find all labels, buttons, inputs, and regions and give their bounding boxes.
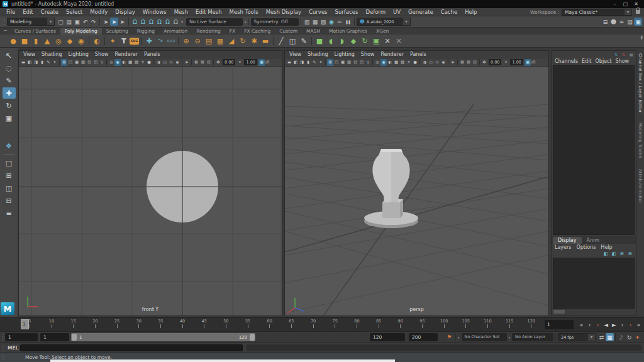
frame-tick[interactable]: 25: [106, 318, 128, 332]
animation-end-field[interactable]: 200: [409, 333, 438, 341]
menu-item[interactable]: Edit: [19, 9, 36, 15]
film-gate-icon[interactable]: □: [67, 59, 74, 66]
render-view-icon[interactable]: ▥: [303, 18, 311, 26]
offset-edge-loop-icon[interactable]: ✎: [298, 36, 309, 47]
redo-icon[interactable]: ↷: [89, 18, 97, 26]
channel-settings-icon[interactable]: ▤: [628, 52, 634, 57]
separate-icon[interactable]: ⊖: [192, 36, 203, 47]
anti-alias-icon[interactable]: ◇: [434, 59, 440, 66]
plugin-shapes-icon[interactable]: ⊡: [206, 59, 212, 66]
poly-sphere-icon[interactable]: ●: [8, 36, 19, 47]
grip-handle[interactable]: [1, 334, 4, 341]
shelf-tab[interactable]: Sculpting: [102, 28, 133, 35]
animation-start-field[interactable]: 1: [5, 333, 38, 341]
xray-icon[interactable]: ⊠: [459, 59, 465, 66]
user-account-dropdown[interactable]: ☻ A.aluko_2020 ▼: [357, 18, 411, 26]
smooth-icon[interactable]: ✱: [248, 36, 260, 47]
menu-item[interactable]: Mesh Display: [262, 9, 305, 15]
menu-item[interactable]: Generate: [404, 9, 437, 15]
isolate-select-icon[interactable]: ➤: [184, 59, 190, 66]
channel-box-menu-item[interactable]: Edit: [582, 58, 592, 64]
channel-box-menu-item[interactable]: Channels: [555, 58, 578, 64]
gamma-field[interactable]: 1.00: [244, 59, 257, 65]
gate-mask-icon[interactable]: ▥: [346, 59, 352, 66]
xray-joints-icon[interactable]: ⊞: [199, 59, 206, 66]
safe-action-icon[interactable]: ◫: [92, 59, 99, 66]
layer-editor-menu-item[interactable]: Options: [576, 244, 596, 250]
viewport-front-canvas[interactable]: front Y: [19, 67, 282, 315]
poly-cylinder-icon[interactable]: ▮: [30, 36, 42, 47]
shadows-icon[interactable]: ●: [412, 59, 418, 66]
xray-joints-icon[interactable]: ⊞: [465, 59, 472, 66]
single-pane-layout-button[interactable]: □: [3, 157, 16, 168]
viewport-menu-item[interactable]: Lighting: [331, 52, 357, 57]
menu-item[interactable]: Modify: [86, 9, 111, 15]
move-layer-up-icon[interactable]: ◧: [602, 251, 609, 256]
attribute-editor-icon[interactable]: ≡: [618, 18, 626, 26]
sidebar-tab[interactable]: Channel Box / Layer Editor: [638, 53, 643, 112]
slice-icon[interactable]: ◆: [348, 36, 359, 47]
frame-tick[interactable]: 20: [84, 318, 106, 332]
chevron-down-icon[interactable]: ▾: [458, 336, 460, 339]
sidebar-tab[interactable]: Modeling Toolkit: [638, 123, 643, 158]
bookmark-icon[interactable]: ⚑: [445, 333, 453, 341]
auto-keyframe-icon[interactable]: ✦: [633, 333, 641, 341]
motion-blur-icon[interactable]: ○: [428, 59, 434, 66]
color-management-icon[interactable]: ▣: [258, 59, 265, 66]
exposure-field[interactable]: 0.00: [223, 59, 235, 65]
lights-icon[interactable]: ☀: [406, 59, 412, 66]
shelf-tab[interactable]: FX: [225, 28, 240, 35]
xray-icon[interactable]: ⊠: [193, 59, 199, 66]
menu-item[interactable]: Curves: [305, 9, 331, 15]
menu-item[interactable]: Deform: [362, 9, 389, 15]
frame-tick[interactable]: 50: [215, 318, 237, 332]
image-plane-icon[interactable]: ▮: [305, 59, 311, 66]
pan-zoom-icon[interactable]: ✦: [318, 59, 324, 66]
go-to-end-button[interactable]: »: [635, 319, 643, 330]
poly-cone-icon[interactable]: ▲: [42, 36, 53, 47]
type-tool-icon[interactable]: T: [118, 36, 130, 47]
mirror-icon[interactable]: ▬: [260, 36, 271, 47]
snap-to-view-plane-icon[interactable]: Ω: [164, 18, 172, 26]
grid-icon[interactable]: ⊞: [327, 59, 333, 66]
frame-tick[interactable]: 120: [520, 318, 542, 332]
playback-start-field[interactable]: 1: [40, 333, 69, 341]
layer-editor-menu-item[interactable]: Layers: [555, 244, 571, 250]
tool-settings-icon[interactable]: ▤: [626, 18, 634, 26]
frame-tick[interactable]: 55: [237, 318, 259, 332]
poly-cube-icon[interactable]: ■: [19, 36, 30, 47]
measure-tool-icon[interactable]: °x: [155, 36, 166, 47]
boolean-intersection-icon[interactable]: ◗: [336, 36, 348, 47]
frame-tick[interactable]: 115: [499, 318, 521, 332]
scroll-down-icon[interactable]: ▼: [641, 38, 643, 40]
viewport-front[interactable]: ViewShadingLightingShowRendererPanels ▬◧…: [18, 50, 282, 316]
frame-tick[interactable]: 30: [128, 318, 150, 332]
shelf-tab[interactable]: Motion Graphics: [325, 28, 372, 35]
safe-action-icon[interactable]: ◫: [358, 59, 365, 66]
new-scene-icon[interactable]: ▢: [57, 18, 65, 26]
depth-of-field-icon[interactable]: ▪: [440, 59, 447, 66]
create-layer-from-selected-icon[interactable]: ⊞: [627, 251, 633, 256]
frame-tick[interactable]: 80: [346, 318, 368, 332]
mute-audio-icon[interactable]: ♪: [617, 333, 625, 341]
grease-pencil-icon[interactable]: ✎: [45, 59, 52, 66]
viewport-menu-item[interactable]: Show: [358, 52, 378, 57]
viewport-menu-item[interactable]: View: [286, 52, 304, 57]
occlusion-icon[interactable]: ◑: [155, 59, 162, 66]
super-shape-icon[interactable]: ✦: [107, 36, 118, 47]
layer-editor-menu-item[interactable]: Help: [601, 244, 612, 250]
menu-set-dropdown[interactable]: Modeling ▼: [7, 18, 55, 26]
mel-result-field[interactable]: [247, 344, 641, 351]
scrollbar-thumb[interactable]: [553, 310, 565, 314]
default-material-icon[interactable]: ▨: [133, 59, 140, 66]
snap-to-point-icon[interactable]: Ω: [147, 18, 155, 26]
boolean-difference-icon[interactable]: ◖: [325, 36, 336, 47]
playback-loop-icon[interactable]: ⇄: [597, 333, 606, 341]
depth-of-field-icon[interactable]: ▪: [174, 59, 180, 66]
mel-label[interactable]: MEL: [8, 345, 18, 351]
color-management-icon[interactable]: ▣: [525, 59, 531, 66]
menu-item[interactable]: Surfaces: [331, 9, 362, 15]
motion-blur-icon[interactable]: ○: [162, 59, 168, 66]
select-camera-icon[interactable]: ▬: [20, 59, 26, 66]
smooth-shade-icon[interactable]: ◉: [380, 59, 387, 66]
